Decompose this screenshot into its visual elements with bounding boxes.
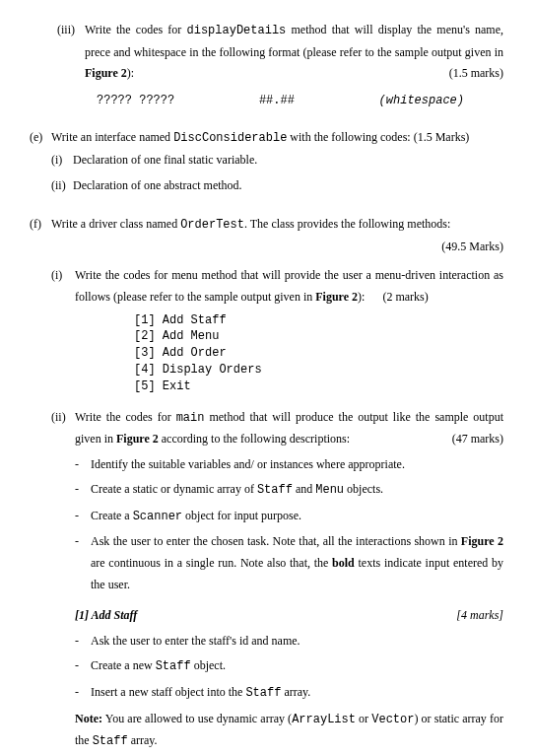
text: with the following codes: (1.5 Marks)	[287, 130, 469, 144]
note-label: Note:	[75, 712, 102, 725]
bold-word: bold	[332, 556, 355, 570]
marker-f: (f)	[30, 214, 51, 756]
dash-marker: -	[75, 454, 91, 476]
text: Insert a new staff object into the Staff…	[91, 682, 503, 705]
item-e: (e) Write an interface named DiscConside…	[30, 127, 503, 200]
marks-f-i: (2 marks)	[382, 290, 428, 304]
staff-dash-1: - Ask the user to enter the staff's id a…	[75, 631, 503, 653]
text: Write the codes for menu method that wil…	[75, 268, 503, 304]
format-col2: ##.##	[259, 91, 295, 112]
code-staff: Staff	[245, 686, 281, 700]
text: Write an interface named	[51, 130, 173, 144]
content-iii: Write the codes for displayDetails metho…	[85, 20, 503, 85]
text: Create a static or dynamic array of Staf…	[91, 479, 503, 502]
text: Write a driver class named	[51, 217, 180, 231]
content-e: Write an interface named DiscConsiderabl…	[51, 127, 503, 200]
dash-marker: -	[75, 531, 91, 595]
text: Declaration of one abstract method.	[73, 175, 503, 197]
code-arraylist: ArrayList	[292, 713, 356, 726]
staff-dash-3: - Insert a new staff object into the Sta…	[75, 682, 503, 705]
menu-5: [5] Exit	[134, 378, 503, 395]
marker-e-i: (i)	[51, 150, 73, 172]
text: Ask the user to enter the chosen task. N…	[91, 531, 503, 595]
dash-2: - Create a static or dynamic array of St…	[75, 479, 503, 502]
f-sub-ii: (ii) Write the codes for main method tha…	[51, 407, 503, 753]
code-vector: Vector	[371, 713, 414, 726]
add-staff-header: [1] Add Staff [4 marks]	[75, 605, 503, 627]
dash-1: - Identify the suitable variables and/ o…	[75, 454, 503, 476]
text: Create a Scanner object for input purpos…	[91, 506, 503, 528]
marker-f-ii: (ii)	[51, 407, 75, 753]
figure-ref: Figure 2	[85, 66, 127, 80]
code-staff: Staff	[257, 483, 293, 497]
figure-ref: Figure 2	[461, 534, 503, 548]
dash-4: - Ask the user to enter the chosen task.…	[75, 531, 503, 595]
menu-1: [1] Add Staff	[134, 312, 503, 329]
menu-4: [4] Display Orders	[134, 362, 503, 378]
dash-marker: -	[75, 631, 91, 653]
e-sub-ii: (ii) Declaration of one abstract method.	[51, 175, 503, 197]
code-staff: Staff	[93, 734, 128, 748]
add-staff-title: [1] Add Staff	[75, 605, 137, 627]
marker-iii: (iii)	[57, 20, 85, 85]
code-scanner: Scanner	[133, 510, 182, 523]
staff-note: Note: You are allowed to use dynamic arr…	[75, 709, 503, 753]
f-ii-content: Write the codes for main method that wil…	[75, 407, 503, 753]
code-main: main	[176, 411, 205, 425]
marker-e-ii: (ii)	[51, 175, 73, 197]
text: Declaration of one final static variable…	[73, 150, 503, 172]
dash-marker: -	[75, 506, 91, 528]
code-staff: Staff	[156, 659, 191, 673]
dash-marker: -	[75, 682, 91, 705]
text: Write the codes for	[75, 410, 176, 424]
marks-f: (49.5 Marks)	[51, 237, 503, 258]
item-iii: (iii) Write the codes for displayDetails…	[57, 20, 503, 85]
format-col3: (whitespace)	[379, 91, 464, 112]
f-intro: Write a driver class named OrderTest. Th…	[51, 214, 503, 237]
code-displaydetails: displayDetails	[187, 24, 287, 37]
e-intro: Write an interface named DiscConsiderabl…	[51, 127, 503, 150]
code-discconsiderable: DiscConsiderable	[173, 131, 287, 145]
format-line: ????? ????? ##.## (whitespace)	[57, 89, 503, 114]
item-f: (f) Write a driver class named OrderTest…	[30, 214, 503, 756]
e-sub-i: (i) Declaration of one final static vari…	[51, 150, 503, 172]
code-ordertest: OrderTest	[180, 218, 244, 232]
marks-iii: (1.5 marks)	[449, 63, 503, 85]
content-f: Write a driver class named OrderTest. Th…	[51, 214, 503, 756]
staff-dash-2: - Create a new Staff object.	[75, 655, 503, 678]
text: . The class provides the following metho…	[244, 217, 450, 231]
f-sub-i: (i) Write the codes for menu method that…	[51, 265, 503, 402]
menu-options: [1] Add Staff [2] Add Menu [3] Add Order…	[134, 312, 503, 395]
dash-marker: -	[75, 655, 91, 678]
marker-f-i: (i)	[51, 265, 75, 402]
f-ii-intro: Write the codes for main method that wil…	[75, 407, 503, 450]
marker-e: (e)	[30, 127, 51, 200]
add-staff-marks: [4 marks]	[456, 605, 503, 627]
text: ):	[127, 66, 134, 80]
text: Identify the suitable variables and/ or …	[91, 454, 503, 476]
figure-ref: Figure 2	[315, 290, 358, 304]
marks-f-ii: (47 marks)	[452, 429, 503, 450]
code-menu: Menu	[315, 483, 344, 497]
menu-3: [3] Add Order	[134, 345, 503, 362]
figure-ref: Figure 2	[116, 432, 159, 446]
text: Ask the user to enter the staff's id and…	[91, 631, 503, 653]
text: Create a new Staff object.	[91, 655, 503, 678]
format-col1: ????? ?????	[97, 91, 174, 112]
text: according to the following descriptions:	[159, 432, 350, 446]
text: ):	[358, 290, 365, 304]
dash-marker: -	[75, 479, 91, 502]
menu-2: [2] Add Menu	[134, 328, 503, 345]
text: Write the codes for	[85, 23, 187, 36]
f-i-content: Write the codes for menu method that wil…	[75, 265, 503, 402]
dash-3: - Create a Scanner object for input purp…	[75, 506, 503, 528]
